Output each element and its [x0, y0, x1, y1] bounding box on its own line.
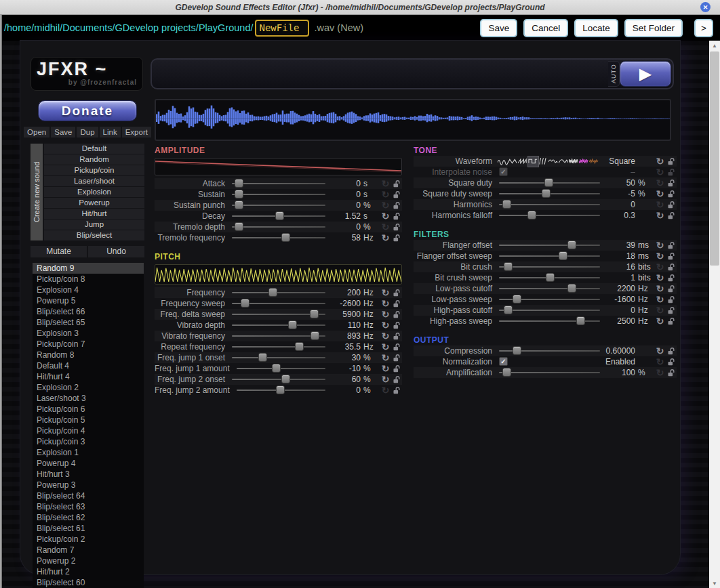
lock-icon[interactable]: [392, 386, 402, 395]
lock-icon[interactable]: [392, 343, 402, 352]
reset-icon[interactable]: ↻: [654, 178, 666, 188]
slider-thumb[interactable]: [241, 299, 249, 308]
lock-icon[interactable]: [666, 211, 677, 220]
lock-icon[interactable]: [666, 190, 677, 198]
param-slider[interactable]: [499, 215, 600, 216]
reset-icon[interactable]: ↻: [654, 189, 666, 198]
breaker-wave-icon[interactable]: [559, 156, 569, 167]
lock-icon[interactable]: [392, 354, 402, 362]
slider-thumb[interactable]: [504, 262, 513, 271]
play-button[interactable]: ▶: [620, 61, 671, 87]
lock-icon[interactable]: [392, 223, 402, 232]
whitenoise-wave-icon[interactable]: [569, 156, 579, 167]
param-slider[interactable]: [232, 215, 325, 217]
preset-button[interactable]: Laser/shoot: [44, 176, 144, 186]
sawtooth-wave-icon[interactable]: [518, 156, 528, 167]
page-scrollbar[interactable]: ▲ ▼: [709, 41, 720, 588]
lock-icon[interactable]: [666, 317, 677, 326]
lock-icon[interactable]: [666, 358, 677, 366]
slider-thumb[interactable]: [513, 295, 521, 303]
list-item[interactable]: Random 7: [33, 545, 144, 555]
slider-thumb[interactable]: [310, 310, 319, 318]
undo-button[interactable]: Undo: [88, 246, 144, 257]
lock-icon[interactable]: [392, 180, 402, 188]
param-slider[interactable]: [499, 350, 600, 352]
reset-icon[interactable]: ↻: [654, 357, 666, 366]
param-slider[interactable]: [499, 182, 600, 184]
slider-thumb[interactable]: [235, 179, 243, 188]
list-item[interactable]: Laser/shoot 3: [33, 393, 144, 404]
reset-icon[interactable]: ↻: [654, 211, 666, 220]
lock-icon[interactable]: [392, 234, 402, 243]
list-item[interactable]: Blip/select 61: [33, 523, 144, 534]
preset-button[interactable]: Random: [44, 154, 144, 165]
list-item[interactable]: Blip/select 60: [33, 577, 144, 588]
brownnoise-wave-icon[interactable]: [589, 156, 599, 167]
lock-icon[interactable]: [392, 212, 402, 221]
reset-icon[interactable]: ↻: [379, 385, 392, 395]
param-slider[interactable]: [232, 379, 325, 380]
slider-thumb[interactable]: [546, 273, 555, 282]
file-action-save-button[interactable]: Save: [51, 127, 75, 138]
lock-icon[interactable]: [666, 201, 677, 209]
param-slider[interactable]: [232, 346, 325, 348]
toolbar-button-locate[interactable]: Locate: [574, 19, 618, 37]
reset-icon[interactable]: ↻: [379, 201, 392, 210]
reset-icon[interactable]: ↻: [654, 295, 666, 304]
reset-icon[interactable]: ↻: [379, 331, 392, 341]
slider-thumb[interactable]: [311, 331, 319, 340]
reset-icon[interactable]: ↻: [654, 306, 666, 315]
reset-icon[interactable]: ↻: [379, 353, 392, 362]
reset-icon[interactable]: ↻: [379, 233, 392, 243]
param-slider[interactable]: [499, 277, 600, 278]
file-action-export-button[interactable]: Export: [122, 127, 151, 138]
param-checkbox[interactable]: ✓: [499, 167, 508, 176]
toolbar-button-cancel[interactable]: Cancel: [523, 19, 568, 37]
param-slider[interactable]: [237, 390, 325, 391]
lock-icon[interactable]: [666, 295, 677, 304]
reset-icon[interactable]: ↻: [379, 299, 392, 308]
reset-icon[interactable]: ↻: [379, 179, 392, 188]
reset-icon[interactable]: ↻: [379, 211, 392, 221]
lock-icon[interactable]: [392, 201, 402, 210]
list-item[interactable]: Pickup/coin 6: [33, 404, 144, 415]
lock-icon[interactable]: [666, 306, 677, 315]
slider-thumb[interactable]: [235, 201, 243, 209]
param-slider[interactable]: [232, 183, 325, 184]
reset-icon[interactable]: ↻: [654, 346, 666, 356]
lock-icon[interactable]: [392, 332, 402, 341]
slider-thumb[interactable]: [567, 240, 576, 249]
slider-thumb[interactable]: [527, 211, 536, 219]
lock-icon[interactable]: [666, 168, 677, 177]
toolbar-button-set-folder[interactable]: Set Folder: [624, 19, 683, 37]
param-slider[interactable]: [232, 194, 325, 195]
slider-thumb[interactable]: [276, 385, 285, 394]
reset-icon[interactable]: ↻: [379, 342, 392, 352]
waveform-display[interactable]: [155, 99, 671, 141]
lock-icon[interactable]: [666, 157, 677, 166]
param-slider[interactable]: [232, 303, 325, 304]
lock-icon[interactable]: [392, 299, 402, 308]
lock-icon[interactable]: [392, 375, 402, 384]
reset-icon[interactable]: ↻: [379, 222, 392, 232]
param-slider[interactable]: [499, 266, 600, 268]
toolbar-button--[interactable]: >: [694, 19, 713, 37]
reset-icon[interactable]: ↻: [654, 251, 666, 261]
slider-thumb[interactable]: [295, 342, 304, 351]
reset-icon[interactable]: ↻: [379, 375, 392, 384]
lock-icon[interactable]: [666, 252, 677, 261]
reset-icon[interactable]: ↻: [654, 167, 666, 177]
lock-icon[interactable]: [666, 241, 677, 250]
slider-thumb[interactable]: [268, 288, 277, 297]
scroll-down-icon[interactable]: ▼: [709, 579, 720, 588]
preset-button[interactable]: Default: [44, 144, 144, 154]
param-slider[interactable]: [499, 299, 600, 300]
list-item[interactable]: Explosion 4: [33, 285, 144, 295]
list-item[interactable]: Blip/select 63: [33, 501, 144, 512]
lock-icon[interactable]: [392, 321, 402, 330]
preset-button[interactable]: Hit/hurt: [44, 209, 144, 219]
filename-input[interactable]: [255, 20, 309, 37]
slider-thumb[interactable]: [544, 178, 553, 187]
toolbar-button-save[interactable]: Save: [480, 19, 517, 37]
reset-icon[interactable]: ↻: [379, 288, 392, 297]
